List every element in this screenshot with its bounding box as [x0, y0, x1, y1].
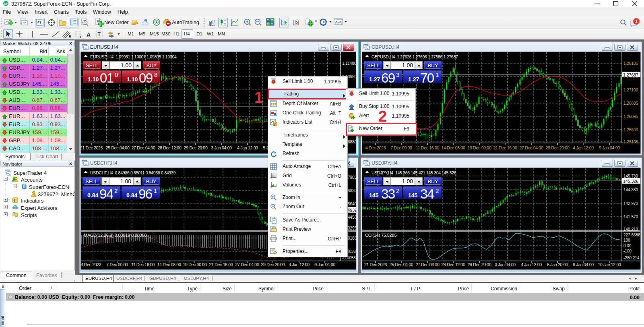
svg-text:-280.214: -280.214 — [623, 256, 640, 260]
svg-text:4 Jan 12:00: 4 Jan 12:00 — [573, 145, 594, 150]
svg-text:141.570: 141.570 — [623, 215, 638, 219]
svg-text:145.730: 145.730 — [623, 174, 638, 178]
svg-text:100: 100 — [623, 238, 630, 242]
svg-text:CCI(14) 75.5285: CCI(14) 75.5285 — [365, 233, 396, 238]
svg-text:4 Jan 12:00: 4 Jan 12:00 — [521, 262, 542, 267]
svg-text:1.27100: 1.27100 — [623, 88, 638, 92]
svg-text:25 Dec 04:00: 25 Dec 04:00 — [390, 262, 413, 267]
svg-text:140.210: 140.210 — [623, 227, 638, 232]
svg-text:1.25600: 1.25600 — [623, 128, 638, 132]
svg-text:1.25105: 1.25105 — [623, 140, 638, 144]
svg-text:145.326: 145.326 — [623, 179, 638, 184]
svg-text:29 Dec 20:00: 29 Dec 20:00 — [546, 145, 570, 150]
svg-text:19 Dec 00:00: 19 Dec 00:00 — [468, 145, 491, 150]
svg-text:227.6688: 227.6688 — [623, 233, 640, 237]
svg-text:1.26605: 1.26605 — [623, 101, 638, 106]
svg-text:27 Dec 04:00: 27 Dec 04:00 — [520, 145, 543, 150]
svg-text:0.00: 0.00 — [623, 244, 632, 248]
svg-text:5 Jan 20:00: 5 Jan 20:00 — [547, 262, 568, 267]
svg-text:29 Dec 20:00: 29 Dec 20:00 — [468, 262, 491, 267]
svg-text:-100: -100 — [623, 249, 632, 253]
svg-text:3 Jan 04:00: 3 Jan 04:00 — [495, 262, 516, 267]
svg-text:9 Jan 04:00: 9 Jan 04:00 — [573, 262, 594, 267]
svg-text:27 Dec 04:00: 27 Dec 04:00 — [416, 262, 440, 267]
svg-text:9 Jan 04:00: 9 Jan 04:00 — [599, 145, 620, 150]
svg-text:1.27687: 1.27687 — [623, 72, 638, 77]
svg-text:1.28105: 1.28105 — [623, 61, 638, 66]
svg-text:10 Jan 12:00: 10 Jan 12:00 — [598, 262, 621, 267]
svg-text:144.330: 144.330 — [623, 188, 638, 192]
svg-text:21 Dec 16:00: 21 Dec 16:00 — [493, 145, 517, 150]
svg-text:28 Dec 12:00: 28 Dec 12:00 — [442, 262, 465, 267]
svg-text:14 Dec 08:00: 14 Dec 08:00 — [442, 145, 465, 150]
svg-text:1.26095: 1.26095 — [623, 114, 638, 119]
svg-text:142.970: 142.970 — [623, 201, 638, 206]
svg-text:21 Dec 2023: 21 Dec 2023 — [364, 262, 387, 267]
svg-text:1: 1 — [635, 19, 638, 24]
svg-text:USDJPY,H4 145.366 145.421 145: USDJPY,H4 145.366 145.421 145.304 145.32… — [372, 170, 456, 175]
